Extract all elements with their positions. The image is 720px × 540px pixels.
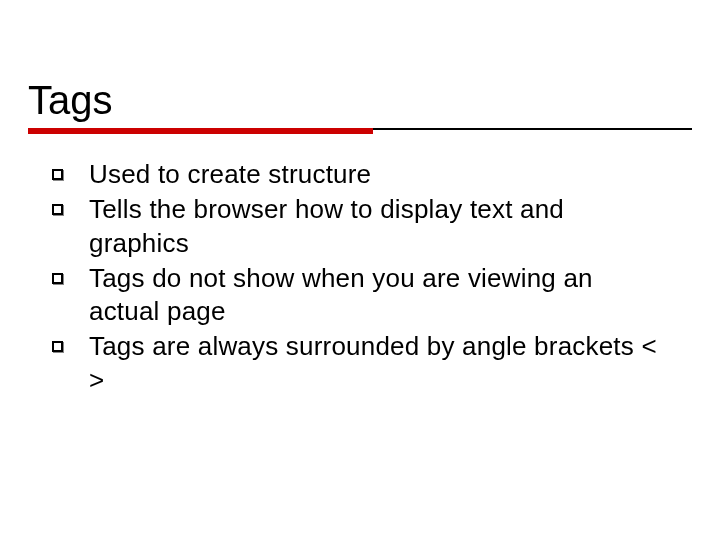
bullet-text: Tags do not show when you are viewing an… [89, 262, 668, 329]
bullet-text: Tags are always surrounded by angle brac… [89, 330, 668, 397]
title-underline-accent [28, 128, 373, 134]
list-item: Tells the browser how to display text an… [52, 193, 668, 260]
slide: Tags Used to create structure Tells the … [0, 0, 720, 540]
title-block: Tags [28, 78, 692, 130]
bullet-text: Tells the browser how to display text an… [89, 193, 668, 260]
list-item: Tags do not show when you are viewing an… [52, 262, 668, 329]
bullet-text: Used to create structure [89, 158, 668, 191]
square-bullet-icon [52, 204, 63, 215]
slide-title: Tags [28, 78, 692, 122]
list-item: Used to create structure [52, 158, 668, 191]
square-bullet-icon [52, 169, 63, 180]
title-underline [28, 128, 692, 130]
square-bullet-icon [52, 273, 63, 284]
body-block: Used to create structure Tells the brows… [52, 158, 668, 399]
square-bullet-icon [52, 341, 63, 352]
list-item: Tags are always surrounded by angle brac… [52, 330, 668, 397]
